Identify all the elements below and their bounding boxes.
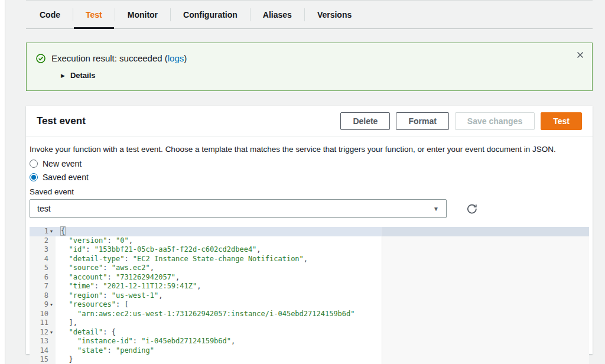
line-number-gutter: 5 bbox=[30, 264, 56, 273]
editor-line[interactable]: 1▾{ bbox=[30, 227, 589, 236]
execution-result-banner: Execution result: succeeded (logs) ▶ Det… bbox=[26, 43, 593, 91]
radio-new-event-control[interactable] bbox=[30, 160, 38, 168]
line-number-gutter: 6 bbox=[30, 273, 56, 282]
editor-line[interactable]: 7 "time": "2021-12-11T12:59:41Z", bbox=[30, 282, 589, 291]
fold-arrow-icon[interactable]: ▾ bbox=[48, 300, 54, 310]
line-number-gutter: 12▾ bbox=[30, 328, 56, 337]
saved-event-select-value: test bbox=[37, 204, 51, 213]
function-tabs: Code Test Monitor Configuration Aliases … bbox=[26, 0, 593, 29]
code-line-text: "time": "2021-12-11T12:59:41Z", bbox=[56, 282, 201, 291]
editor-line[interactable]: 15 } bbox=[30, 355, 589, 364]
tab-monitor[interactable]: Monitor bbox=[115, 1, 170, 28]
card-title: Test event bbox=[37, 115, 86, 127]
main-content: Code Test Monitor Configuration Aliases … bbox=[26, 0, 593, 354]
code-line-text: "instance-id": "i-045ebd27124159b6d", bbox=[56, 337, 235, 346]
code-line-text: } bbox=[56, 355, 73, 364]
tab-versions[interactable]: Versions bbox=[305, 1, 364, 28]
editor-line[interactable]: 13 "instance-id": "i-045ebd27124159b6d", bbox=[30, 337, 589, 346]
line-number-gutter: 13 bbox=[30, 337, 56, 346]
tab-test[interactable]: Test bbox=[73, 1, 115, 28]
code-line-text: "account": "731262942057", bbox=[56, 273, 180, 282]
format-button[interactable]: Format bbox=[396, 112, 448, 130]
success-check-icon bbox=[36, 53, 45, 63]
radio-saved-event[interactable]: Saved event bbox=[30, 173, 589, 182]
code-line-text: { bbox=[56, 227, 66, 236]
line-number-gutter: 11 bbox=[30, 318, 56, 328]
delete-button[interactable]: Delete bbox=[340, 112, 390, 130]
code-line-text: "region": "us-west-1", bbox=[56, 291, 162, 301]
line-number-gutter: 9▾ bbox=[30, 300, 56, 310]
logs-link[interactable]: logs bbox=[168, 53, 184, 63]
close-icon[interactable] bbox=[576, 51, 584, 59]
code-line-text: "source": "aws.ec2", bbox=[56, 264, 154, 273]
code-line-text: "resources": [ bbox=[56, 300, 129, 310]
line-number-gutter: 3 bbox=[30, 245, 56, 255]
test-button[interactable]: Test bbox=[541, 112, 582, 130]
fold-arrow-icon[interactable]: ▾ bbox=[48, 227, 54, 236]
code-line-text: ], bbox=[56, 318, 77, 328]
editor-line[interactable]: 3 "id": "153bbf21-05cb-aa5f-f22d-c602cd2… bbox=[30, 245, 589, 255]
line-number-gutter: 15 bbox=[30, 355, 56, 364]
saved-event-select-row: test ▼ bbox=[30, 199, 589, 218]
save-changes-button[interactable]: Save changes bbox=[455, 112, 535, 130]
editor-line[interactable]: 4 "detail-type": "EC2 Instance State-cha… bbox=[30, 255, 589, 264]
json-editor-lines: 1▾{2 "version": "0",3 "id": "153bbf21-05… bbox=[30, 227, 589, 364]
editor-line[interactable]: 12▾ "detail": { bbox=[30, 328, 589, 337]
card-body: Invoke your function with a test event. … bbox=[26, 137, 593, 364]
json-editor[interactable]: 1▾{2 "version": "0",3 "id": "153bbf21-05… bbox=[30, 227, 589, 364]
code-line-text: "detail-type": "EC2 Instance State-chang… bbox=[56, 255, 308, 264]
radio-saved-event-control[interactable] bbox=[30, 173, 38, 181]
code-line-text: "id": "153bbf21-05cb-aa5f-f22d-c602cd2db… bbox=[56, 245, 261, 255]
editor-line[interactable]: 6 "account": "731262942057", bbox=[30, 273, 589, 282]
details-label: Details bbox=[70, 71, 96, 80]
card-header: Test event Delete Format Save changes Te… bbox=[26, 106, 593, 137]
banner-title: Execution result: succeeded (logs) bbox=[51, 53, 187, 63]
code-line-text: "arn:aws:ec2:us-west-1:731262942057:inst… bbox=[56, 310, 355, 319]
tab-aliases[interactable]: Aliases bbox=[251, 1, 304, 28]
line-number-gutter: 2 bbox=[30, 236, 56, 246]
radio-new-event-label: New event bbox=[43, 159, 82, 168]
code-line-text: "state": "pending" bbox=[56, 346, 154, 356]
tab-configuration[interactable]: Configuration bbox=[171, 1, 250, 28]
editor-line[interactable]: 9▾ "resources": [ bbox=[30, 300, 589, 310]
details-expander[interactable]: ▶ Details bbox=[61, 71, 566, 80]
line-number-gutter: 4 bbox=[30, 255, 56, 264]
test-event-card: Test event Delete Format Save changes Te… bbox=[26, 106, 593, 354]
invoke-description: Invoke your function with a test event. … bbox=[30, 145, 589, 154]
radio-saved-event-label: Saved event bbox=[43, 173, 89, 182]
radio-new-event[interactable]: New event bbox=[30, 159, 589, 168]
line-number-gutter: 14 bbox=[30, 346, 56, 356]
chevron-down-icon: ▼ bbox=[433, 206, 439, 212]
left-panel-edge bbox=[0, 0, 5, 364]
editor-line[interactable]: 14 "state": "pending" bbox=[30, 346, 589, 356]
editor-line[interactable]: 2 "version": "0", bbox=[30, 236, 589, 246]
saved-event-select[interactable]: test ▼ bbox=[30, 199, 447, 218]
tab-code[interactable]: Code bbox=[27, 1, 73, 28]
line-number-gutter: 8 bbox=[30, 291, 56, 301]
editor-line[interactable]: 8 "region": "us-west-1", bbox=[30, 291, 589, 301]
card-actions: Delete Format Save changes Test bbox=[340, 112, 582, 130]
expand-triangle-icon: ▶ bbox=[61, 73, 65, 79]
refresh-icon[interactable] bbox=[466, 203, 478, 214]
fold-arrow-icon[interactable]: ▾ bbox=[48, 328, 54, 337]
code-line-text: "version": "0", bbox=[56, 236, 133, 246]
editor-line[interactable]: 11 ], bbox=[30, 318, 589, 328]
editor-line[interactable]: 10 "arn:aws:ec2:us-west-1:731262942057:i… bbox=[30, 310, 589, 319]
code-line-text: "detail": { bbox=[56, 328, 116, 337]
saved-event-field-label: Saved event bbox=[30, 187, 589, 196]
line-number-gutter: 10 bbox=[30, 310, 56, 319]
editor-line[interactable]: 5 "source": "aws.ec2", bbox=[30, 264, 589, 273]
line-number-gutter: 7 bbox=[30, 282, 56, 291]
line-number-gutter: 1▾ bbox=[30, 227, 56, 236]
